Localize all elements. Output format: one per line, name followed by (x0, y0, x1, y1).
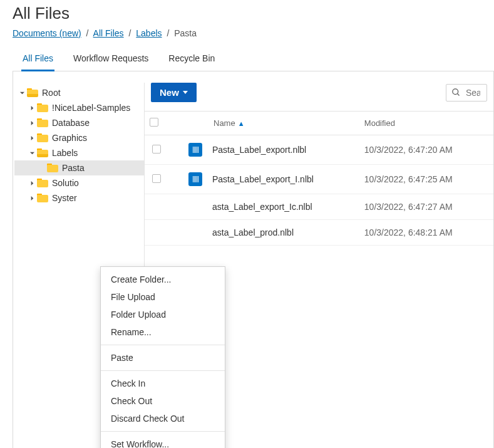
breadcrumb-link[interactable]: Labels (136, 28, 162, 38)
context-menu: Create Folder... File Upload Folder Uplo… (100, 266, 225, 448)
caret-down-icon[interactable] (28, 149, 36, 157)
file-modified: 10/3/2022, 6:48:21 AM (359, 220, 493, 246)
tree-item[interactable]: Syster (14, 190, 144, 206)
menu-create-folder[interactable]: Create Folder... (101, 271, 225, 288)
row-checkbox[interactable] (152, 174, 161, 183)
breadcrumb-sep: / (129, 28, 131, 38)
breadcrumb-current: Pasta (174, 28, 197, 38)
folder-icon (47, 164, 58, 172)
chevron-down-icon (183, 91, 188, 94)
column-name[interactable]: Name▲ (207, 112, 359, 135)
tree-label: !NiceLabel-Samples (52, 103, 130, 113)
caret-right-icon[interactable] (28, 119, 36, 127)
caret-right-icon[interactable] (28, 134, 36, 142)
tree-item[interactable]: Graphics (14, 130, 144, 145)
tree-label: Pasta (62, 163, 85, 173)
menu-divider (101, 431, 225, 432)
breadcrumb-link[interactable]: All Files (93, 28, 124, 38)
file-name[interactable]: Pasta_Label_export_I.nlbl (207, 165, 359, 194)
file-modified: 10/3/2022, 6:47:25 AM (359, 165, 493, 194)
menu-discard-check-out[interactable]: Discard Check Out (101, 410, 225, 427)
menu-paste[interactable]: Paste (101, 349, 225, 367)
tree-item[interactable]: !NiceLabel-Samples (14, 100, 144, 115)
folder-icon (37, 179, 48, 187)
table-row[interactable]: asta_Label_prod.nlbl 10/3/2022, 6:48:21 … (145, 220, 493, 246)
tree-item[interactable]: Database (14, 115, 144, 130)
caret-right-icon[interactable] (28, 194, 36, 202)
file-modified: 10/3/2022, 6:47:20 AM (359, 135, 493, 165)
breadcrumb: Documents (new) / All Files / Labels / P… (13, 28, 494, 38)
svg-line-1 (457, 93, 459, 95)
table-row[interactable]: Pasta_Label_export.nlbl 10/3/2022, 6:47:… (145, 135, 493, 165)
tree-label: Root (42, 88, 61, 98)
tree-item-labels[interactable]: Labels (14, 145, 144, 160)
menu-rename[interactable]: Rename... (101, 323, 225, 341)
select-all-checkbox[interactable] (150, 118, 158, 127)
menu-check-in[interactable]: Check In (101, 375, 225, 392)
tree-item-root[interactable]: Root (14, 85, 144, 100)
file-name[interactable]: asta_Label_export_Ic.nlbl (207, 194, 359, 220)
tree-label: Solutio (52, 178, 79, 188)
column-modified[interactable]: Modified (359, 112, 493, 135)
folder-icon (37, 194, 48, 202)
tree-label: Syster (52, 193, 77, 203)
folder-icon (37, 133, 48, 142)
tab-recycle-bin[interactable]: Recycle Bin (167, 47, 216, 71)
menu-check-out[interactable]: Check Out (101, 392, 225, 410)
caret-right-icon[interactable] (28, 104, 36, 112)
file-name[interactable]: Pasta_Label_export.nlbl (207, 135, 359, 165)
breadcrumb-sep: / (167, 28, 169, 38)
menu-divider (101, 345, 225, 345)
svg-point-0 (453, 89, 458, 95)
tree-item-pasta[interactable]: Pasta (14, 160, 144, 175)
tab-workflow-requests[interactable]: Workflow Requests (72, 47, 150, 71)
tree-label: Database (52, 118, 90, 128)
label-file-icon (188, 143, 202, 157)
folder-icon (37, 103, 48, 112)
tabs: All Files Workflow Requests Recycle Bin (13, 47, 494, 71)
new-button-label: New (160, 87, 179, 98)
menu-file-upload[interactable]: File Upload (101, 288, 225, 306)
search-box[interactable] (446, 84, 487, 102)
search-icon (451, 88, 461, 97)
table-row[interactable]: Pasta_Label_export_I.nlbl 10/3/2022, 6:4… (145, 165, 493, 194)
caret-down-icon[interactable] (18, 89, 26, 96)
sort-asc-icon: ▲ (238, 120, 245, 127)
label-file-icon (188, 172, 202, 186)
new-button[interactable]: New (151, 83, 197, 102)
menu-folder-upload[interactable]: Folder Upload (101, 306, 225, 323)
tree-label: Labels (52, 148, 78, 158)
file-modified: 10/3/2022, 6:47:27 AM (359, 194, 493, 220)
folder-icon (37, 118, 48, 127)
page-title: All Files (13, 4, 494, 23)
caret-right-icon[interactable] (28, 179, 36, 187)
tree-item[interactable]: Solutio (14, 175, 144, 190)
file-grid: Name▲ Modified Pasta_Label_export.nlbl 1… (145, 111, 493, 246)
menu-set-workflow[interactable]: Set Workflow... (101, 435, 225, 448)
menu-divider (101, 370, 225, 371)
file-name[interactable]: asta_Label_prod.nlbl (207, 220, 359, 246)
folder-icon (37, 148, 48, 157)
breadcrumb-sep: / (86, 28, 89, 38)
row-checkbox[interactable] (152, 145, 161, 154)
folder-icon (27, 88, 38, 97)
tree-label: Graphics (52, 133, 87, 143)
tab-all-files[interactable]: All Files (21, 47, 54, 71)
breadcrumb-link[interactable]: Documents (new) (13, 28, 81, 38)
search-input[interactable] (465, 87, 481, 98)
table-row[interactable]: asta_Label_export_Ic.nlbl 10/3/2022, 6:4… (145, 194, 493, 220)
